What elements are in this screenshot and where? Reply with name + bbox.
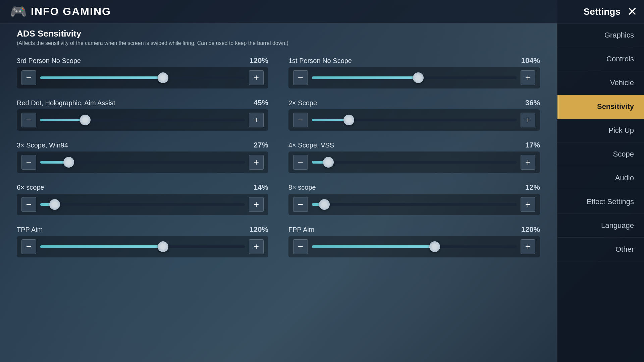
slider-plus-fpp-aim[interactable]: + [521, 239, 535, 254]
slider-group-red-dot: Red Dot, Holographic, Aim Assist45%−+ [17, 99, 268, 131]
sidebar-item-vehicle[interactable]: Vehicle [557, 71, 644, 95]
slider-minus-2x-scope[interactable]: − [293, 113, 308, 127]
slider-track-container-2x-scope[interactable] [312, 117, 517, 123]
slider-track-tpp-aim [40, 245, 245, 248]
sidebar-item-scope[interactable]: Scope [557, 142, 644, 166]
slider-minus-3x-scope[interactable]: − [21, 155, 36, 170]
slider-thumb-tpp-aim[interactable] [158, 241, 168, 252]
slider-plus-3x-scope[interactable]: + [249, 155, 264, 170]
slider-plus-2x-scope[interactable]: + [521, 113, 535, 127]
slider-group-fpp-aim: FPP Aim120%−+ [288, 225, 540, 257]
slider-fill-tpp-aim [40, 245, 163, 248]
slider-label-3rd-person-no-scope: 3rd Person No Scope [17, 57, 81, 65]
slider-plus-3rd-person-no-scope[interactable]: + [249, 70, 264, 85]
slider-value-4x-scope-vss: 17% [525, 141, 540, 149]
slider-header-fpp-aim: FPP Aim120% [288, 225, 540, 234]
sidebar-item-controls[interactable]: Controls [557, 47, 644, 71]
page-title: ADS Sensitivity [17, 28, 540, 39]
slider-plus-1st-person-no-scope[interactable]: + [521, 70, 535, 85]
slider-group-6x-scope: 6× scope14%−+ [17, 183, 268, 215]
slider-value-1st-person-no-scope: 104% [521, 56, 540, 65]
sidebar-item-sensitivity[interactable]: Sensitivity [557, 95, 644, 119]
slider-minus-tpp-aim[interactable]: − [21, 239, 36, 254]
slider-track-container-tpp-aim[interactable] [40, 243, 245, 250]
slider-group-4x-scope-vss: 4× Scope, VSS17%−+ [288, 141, 540, 173]
logo-area: 🎮 INFO GAMING [10, 4, 111, 19]
slider-minus-red-dot[interactable]: − [21, 113, 36, 127]
close-button[interactable]: ✕ [627, 6, 637, 18]
slider-plus-8x-scope[interactable]: + [521, 197, 535, 212]
slider-thumb-2x-scope[interactable] [343, 115, 354, 125]
slider-thumb-3x-scope[interactable] [63, 157, 74, 168]
slider-track-container-3x-scope[interactable] [40, 159, 245, 166]
slider-thumb-8x-scope[interactable] [319, 199, 330, 210]
slider-row-red-dot: −+ [17, 109, 268, 131]
slider-minus-4x-scope-vss[interactable]: − [293, 155, 308, 170]
slider-thumb-fpp-aim[interactable] [429, 241, 440, 252]
slider-track-container-1st-person-no-scope[interactable] [312, 74, 517, 81]
slider-minus-6x-scope[interactable]: − [21, 197, 36, 212]
sidebar-item-other[interactable]: Other [557, 238, 644, 261]
slider-thumb-red-dot[interactable] [80, 115, 91, 125]
sidebar-item-audio[interactable]: Audio [557, 166, 644, 190]
slider-value-3x-scope: 27% [254, 141, 268, 149]
slider-minus-3rd-person-no-scope[interactable]: − [21, 70, 36, 85]
slider-thumb-6x-scope[interactable] [49, 199, 60, 210]
slider-row-1st-person-no-scope: −+ [288, 67, 540, 88]
slider-minus-fpp-aim[interactable]: − [293, 239, 308, 254]
slider-row-3x-scope: −+ [17, 152, 268, 173]
slider-label-1st-person-no-scope: 1st Person No Scope [288, 57, 352, 65]
slider-track-container-3rd-person-no-scope[interactable] [40, 74, 245, 81]
slider-track-6x-scope [40, 203, 245, 206]
slider-label-2x-scope: 2× Scope [288, 99, 317, 107]
slider-label-fpp-aim: FPP Aim [288, 226, 314, 234]
slider-fill-fpp-aim [312, 245, 435, 248]
slider-header-3x-scope: 3× Scope, Win9427% [17, 141, 268, 149]
slider-plus-red-dot[interactable]: + [249, 113, 264, 127]
sidebar-item-graphics[interactable]: Graphics [557, 23, 644, 47]
slider-header-8x-scope: 8× scope12% [288, 183, 540, 192]
slider-value-6x-scope: 14% [254, 183, 268, 192]
slider-thumb-4x-scope-vss[interactable] [323, 157, 334, 168]
slider-value-tpp-aim: 120% [250, 225, 268, 234]
sidebar-item-pickup[interactable]: Pick Up [557, 119, 644, 142]
sidebar-item-effect-settings[interactable]: Effect Settings [557, 190, 644, 214]
slider-header-tpp-aim: TPP Aim120% [17, 225, 268, 234]
slider-group-3x-scope: 3× Scope, Win9427%−+ [17, 141, 268, 173]
sidebar-item-language[interactable]: Language [557, 214, 644, 238]
slider-value-8x-scope: 12% [525, 183, 540, 192]
slider-row-6x-scope: −+ [17, 194, 268, 215]
slider-header-3rd-person-no-scope: 3rd Person No Scope120% [17, 56, 268, 65]
slider-group-3rd-person-no-scope: 3rd Person No Scope120%−+ [17, 56, 268, 88]
slider-track-container-8x-scope[interactable] [312, 201, 517, 208]
slider-minus-8x-scope[interactable]: − [293, 197, 308, 212]
slider-track-8x-scope [312, 203, 517, 206]
slider-track-container-4x-scope-vss[interactable] [312, 159, 517, 166]
slider-thumb-3rd-person-no-scope[interactable] [158, 72, 168, 83]
slider-group-tpp-aim: TPP Aim120%−+ [17, 225, 268, 257]
slider-row-2x-scope: −+ [288, 109, 540, 131]
slider-plus-tpp-aim[interactable]: + [249, 239, 264, 254]
slider-plus-4x-scope-vss[interactable]: + [521, 155, 535, 170]
slider-label-6x-scope: 6× scope [17, 184, 44, 191]
main-content: ADS Sensitivity (Affects the sensitivity… [0, 0, 557, 362]
slider-track-1st-person-no-scope [312, 76, 517, 79]
slider-minus-1st-person-no-scope[interactable]: − [293, 70, 308, 85]
slider-row-tpp-aim: −+ [17, 236, 268, 257]
slider-track-container-red-dot[interactable] [40, 117, 245, 123]
slider-plus-6x-scope[interactable]: + [249, 197, 264, 212]
slider-group-8x-scope: 8× scope12%−+ [288, 183, 540, 215]
slider-group-1st-person-no-scope: 1st Person No Scope104%−+ [288, 56, 540, 88]
slider-track-container-fpp-aim[interactable] [312, 243, 517, 250]
controller-icon: 🎮 [10, 4, 27, 19]
slider-label-4x-scope-vss: 4× Scope, VSS [288, 141, 334, 149]
slider-track-container-6x-scope[interactable] [40, 201, 245, 208]
slider-thumb-1st-person-no-scope[interactable] [413, 72, 424, 83]
slider-header-2x-scope: 2× Scope36% [288, 99, 540, 107]
slider-row-fpp-aim: −+ [288, 236, 540, 257]
slider-value-fpp-aim: 120% [521, 225, 540, 234]
slider-fill-1st-person-no-scope [312, 76, 418, 79]
slider-track-fpp-aim [312, 245, 517, 248]
slider-label-red-dot: Red Dot, Holographic, Aim Assist [17, 99, 115, 107]
slider-value-red-dot: 45% [254, 99, 268, 107]
